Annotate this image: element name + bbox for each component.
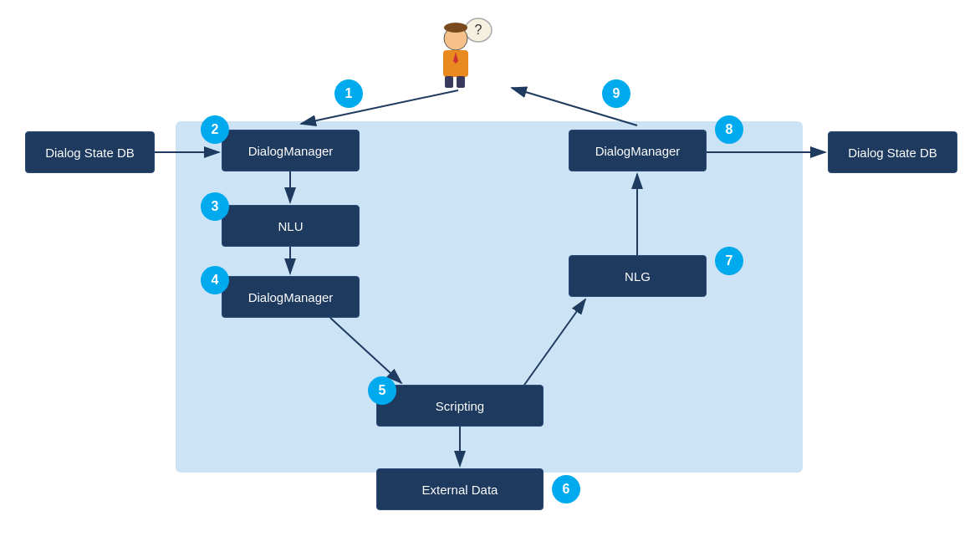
svg-text:?: ?	[475, 23, 482, 37]
user-icon: ?	[426, 15, 493, 90]
svg-rect-19	[457, 76, 465, 88]
external-data-node: External Data	[376, 468, 544, 510]
badge-2: 2	[201, 115, 229, 144]
badge-5: 5	[368, 376, 396, 405]
badge-8: 8	[715, 115, 743, 144]
badge-3: 3	[201, 192, 229, 221]
diagram-container: ? DialogManager NLU DialogManager Script…	[0, 0, 980, 552]
dialog-manager-right-node: DialogManager	[569, 130, 707, 171]
dialog-manager-left-node: DialogManager	[222, 130, 360, 171]
dialog-state-db-left-node: Dialog State DB	[25, 131, 155, 173]
dialog-state-db-right-node: Dialog State DB	[828, 131, 957, 173]
svg-point-15	[444, 23, 467, 33]
badge-6: 6	[552, 475, 580, 503]
dialog-manager-mid-node: DialogManager	[222, 276, 360, 318]
scripting-node: Scripting	[376, 385, 544, 427]
nlg-node: NLG	[569, 255, 707, 297]
svg-line-2	[301, 90, 458, 124]
badge-9: 9	[602, 79, 630, 108]
badge-7: 7	[715, 247, 743, 275]
badge-4: 4	[201, 266, 229, 294]
svg-rect-18	[445, 76, 453, 88]
badge-1: 1	[334, 79, 363, 108]
nlu-node: NLU	[222, 205, 360, 247]
